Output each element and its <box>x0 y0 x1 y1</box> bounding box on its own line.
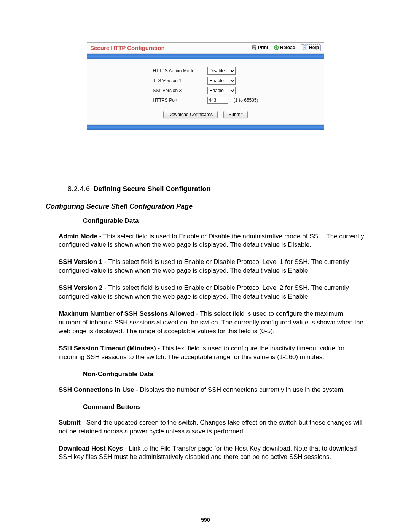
help-label: Help <box>309 45 319 50</box>
para-ssh-v1: SSH Version 1 - This select field is use… <box>59 258 365 275</box>
page-number: 590 <box>0 517 411 523</box>
download-certificates-button[interactable]: Download Certificates <box>163 111 218 118</box>
submit-button[interactable]: Submit <box>223 111 247 118</box>
reload-icon <box>274 45 279 50</box>
para-submit: Submit - Send the updated screen to the … <box>59 419 365 436</box>
tls1-select[interactable]: Enable <box>207 77 236 85</box>
help-icon: ? <box>303 45 308 50</box>
section-heading: 8.2.4.6 Defining Secure Shell Configurat… <box>68 184 365 193</box>
print-label: Print <box>258 45 268 50</box>
command-buttons-heading: Command Buttons <box>83 403 365 412</box>
para-conn-in-use: SSH Connections in Use - Displays the nu… <box>59 386 365 395</box>
footer-divider <box>87 124 324 130</box>
print-button[interactable]: Print <box>252 45 268 50</box>
print-icon <box>252 45 257 50</box>
tls1-label: TLS Version 1 <box>150 76 205 86</box>
para-ssh-v2: SSH Version 2 - This select field is use… <box>59 284 365 301</box>
para-timeout: SSH Session Timeout (Minutes) - This tex… <box>59 344 365 362</box>
para-max-sessions: Maximum Number of SSH Sessions Allowed -… <box>59 310 365 336</box>
config-panel: Secure HTTP Configuration Print <box>87 42 324 131</box>
ssl3-select[interactable]: Enable <box>207 87 236 94</box>
svg-rect-2 <box>253 48 255 50</box>
header-divider <box>87 54 324 59</box>
nonconfigurable-heading: Non-Configurable Data <box>83 370 365 379</box>
config-form: HTTPS Admin Mode Disable TLS Version 1 E… <box>150 66 260 105</box>
https-port-input[interactable] <box>207 97 228 104</box>
page-subtitle: Configuring Secure Shell Configuration P… <box>46 202 365 211</box>
https-admin-select[interactable]: Disable <box>207 67 236 75</box>
para-download-host-keys: Download Host Keys - Link to the File Tr… <box>59 444 365 462</box>
help-button[interactable]: ? Help <box>301 44 321 51</box>
para-admin-mode: Admin Mode - This select field is used t… <box>59 232 365 250</box>
ssl3-label: SSL Version 3 <box>150 86 205 96</box>
section-title: Defining Secure Shell Configuration <box>94 185 211 193</box>
reload-label: Reload <box>280 45 295 50</box>
panel-title: Secure HTTP Configuration <box>90 45 252 51</box>
section-number: 8.2.4.6 <box>68 185 90 193</box>
panel-body: HTTPS Admin Mode Disable TLS Version 1 E… <box>87 59 324 124</box>
reload-button[interactable]: Reload <box>274 45 295 50</box>
https-admin-label: HTTPS Admin Mode <box>150 66 205 76</box>
panel-header: Secure HTTP Configuration Print <box>87 43 324 54</box>
document-body: 8.2.4.6 Defining Secure Shell Configurat… <box>46 184 365 462</box>
configurable-heading: Configurable Data <box>83 217 365 225</box>
https-port-label: HTTPS Port <box>150 96 205 105</box>
svg-text:?: ? <box>304 46 306 50</box>
https-port-hint: (1 to 65535) <box>230 97 258 103</box>
